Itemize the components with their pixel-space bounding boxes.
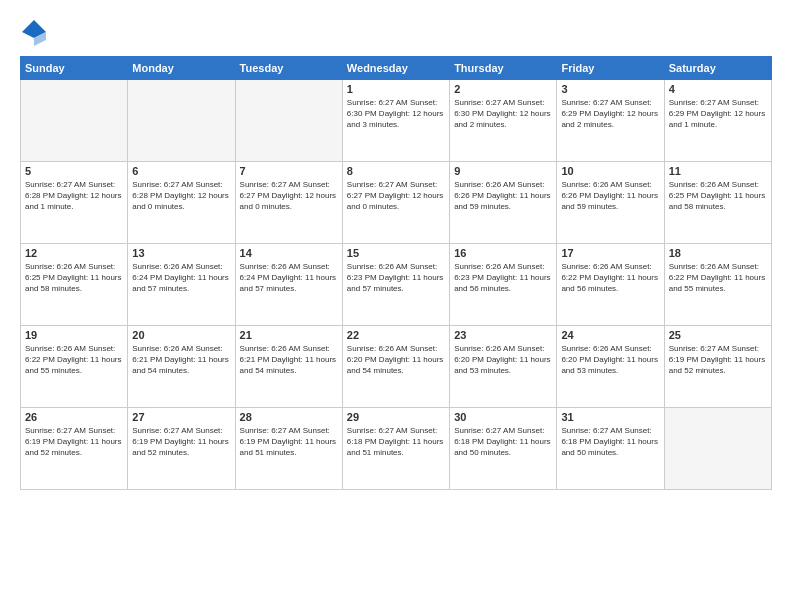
day-number: 29 — [347, 411, 445, 423]
calendar-cell: 9Sunrise: 6:26 AM Sunset: 6:26 PM Daylig… — [450, 162, 557, 244]
day-number: 7 — [240, 165, 338, 177]
day-info: Sunrise: 6:26 AM Sunset: 6:21 PM Dayligh… — [132, 343, 230, 377]
day-number: 23 — [454, 329, 552, 341]
day-info: Sunrise: 6:26 AM Sunset: 6:25 PM Dayligh… — [669, 179, 767, 213]
calendar-table: SundayMondayTuesdayWednesdayThursdayFrid… — [20, 56, 772, 490]
calendar-header-row: SundayMondayTuesdayWednesdayThursdayFrid… — [21, 57, 772, 80]
calendar-cell: 16Sunrise: 6:26 AM Sunset: 6:23 PM Dayli… — [450, 244, 557, 326]
day-number: 25 — [669, 329, 767, 341]
day-number: 3 — [561, 83, 659, 95]
day-number: 22 — [347, 329, 445, 341]
calendar-cell: 15Sunrise: 6:26 AM Sunset: 6:23 PM Dayli… — [342, 244, 449, 326]
day-number: 17 — [561, 247, 659, 259]
calendar-cell — [128, 80, 235, 162]
day-number: 21 — [240, 329, 338, 341]
day-info: Sunrise: 6:27 AM Sunset: 6:19 PM Dayligh… — [132, 425, 230, 459]
day-number: 18 — [669, 247, 767, 259]
calendar-cell: 28Sunrise: 6:27 AM Sunset: 6:19 PM Dayli… — [235, 408, 342, 490]
calendar-header-sunday: Sunday — [21, 57, 128, 80]
calendar-week-row: 1Sunrise: 6:27 AM Sunset: 6:30 PM Daylig… — [21, 80, 772, 162]
day-number: 24 — [561, 329, 659, 341]
day-number: 13 — [132, 247, 230, 259]
calendar-cell — [21, 80, 128, 162]
day-info: Sunrise: 6:26 AM Sunset: 6:22 PM Dayligh… — [669, 261, 767, 295]
day-info: Sunrise: 6:27 AM Sunset: 6:18 PM Dayligh… — [454, 425, 552, 459]
day-info: Sunrise: 6:26 AM Sunset: 6:24 PM Dayligh… — [240, 261, 338, 295]
day-info: Sunrise: 6:27 AM Sunset: 6:29 PM Dayligh… — [561, 97, 659, 131]
day-number: 28 — [240, 411, 338, 423]
calendar-cell: 24Sunrise: 6:26 AM Sunset: 6:20 PM Dayli… — [557, 326, 664, 408]
calendar-cell: 22Sunrise: 6:26 AM Sunset: 6:20 PM Dayli… — [342, 326, 449, 408]
day-info: Sunrise: 6:26 AM Sunset: 6:22 PM Dayligh… — [561, 261, 659, 295]
day-number: 5 — [25, 165, 123, 177]
day-info: Sunrise: 6:27 AM Sunset: 6:19 PM Dayligh… — [25, 425, 123, 459]
calendar-cell: 18Sunrise: 6:26 AM Sunset: 6:22 PM Dayli… — [664, 244, 771, 326]
day-info: Sunrise: 6:27 AM Sunset: 6:27 PM Dayligh… — [240, 179, 338, 213]
calendar-cell: 10Sunrise: 6:26 AM Sunset: 6:26 PM Dayli… — [557, 162, 664, 244]
header — [20, 18, 772, 46]
day-number: 6 — [132, 165, 230, 177]
calendar-cell: 20Sunrise: 6:26 AM Sunset: 6:21 PM Dayli… — [128, 326, 235, 408]
day-number: 16 — [454, 247, 552, 259]
day-info: Sunrise: 6:27 AM Sunset: 6:29 PM Dayligh… — [669, 97, 767, 131]
day-number: 12 — [25, 247, 123, 259]
calendar-cell: 4Sunrise: 6:27 AM Sunset: 6:29 PM Daylig… — [664, 80, 771, 162]
calendar-cell: 29Sunrise: 6:27 AM Sunset: 6:18 PM Dayli… — [342, 408, 449, 490]
day-number: 26 — [25, 411, 123, 423]
calendar-cell: 26Sunrise: 6:27 AM Sunset: 6:19 PM Dayli… — [21, 408, 128, 490]
day-number: 15 — [347, 247, 445, 259]
day-number: 4 — [669, 83, 767, 95]
calendar-header-saturday: Saturday — [664, 57, 771, 80]
day-number: 14 — [240, 247, 338, 259]
day-info: Sunrise: 6:26 AM Sunset: 6:23 PM Dayligh… — [454, 261, 552, 295]
calendar-cell: 31Sunrise: 6:27 AM Sunset: 6:18 PM Dayli… — [557, 408, 664, 490]
calendar-cell: 7Sunrise: 6:27 AM Sunset: 6:27 PM Daylig… — [235, 162, 342, 244]
calendar-cell: 2Sunrise: 6:27 AM Sunset: 6:30 PM Daylig… — [450, 80, 557, 162]
calendar-cell: 27Sunrise: 6:27 AM Sunset: 6:19 PM Dayli… — [128, 408, 235, 490]
calendar-cell: 12Sunrise: 6:26 AM Sunset: 6:25 PM Dayli… — [21, 244, 128, 326]
day-number: 30 — [454, 411, 552, 423]
day-info: Sunrise: 6:26 AM Sunset: 6:21 PM Dayligh… — [240, 343, 338, 377]
calendar-cell: 25Sunrise: 6:27 AM Sunset: 6:19 PM Dayli… — [664, 326, 771, 408]
calendar-header-monday: Monday — [128, 57, 235, 80]
calendar-cell: 19Sunrise: 6:26 AM Sunset: 6:22 PM Dayli… — [21, 326, 128, 408]
calendar-cell — [664, 408, 771, 490]
calendar-cell: 14Sunrise: 6:26 AM Sunset: 6:24 PM Dayli… — [235, 244, 342, 326]
day-info: Sunrise: 6:27 AM Sunset: 6:30 PM Dayligh… — [347, 97, 445, 131]
day-info: Sunrise: 6:26 AM Sunset: 6:26 PM Dayligh… — [561, 179, 659, 213]
day-info: Sunrise: 6:27 AM Sunset: 6:18 PM Dayligh… — [347, 425, 445, 459]
day-info: Sunrise: 6:27 AM Sunset: 6:28 PM Dayligh… — [132, 179, 230, 213]
logo-icon — [20, 18, 48, 46]
logo — [20, 18, 52, 46]
calendar-week-row: 19Sunrise: 6:26 AM Sunset: 6:22 PM Dayli… — [21, 326, 772, 408]
calendar-cell: 17Sunrise: 6:26 AM Sunset: 6:22 PM Dayli… — [557, 244, 664, 326]
day-info: Sunrise: 6:26 AM Sunset: 6:23 PM Dayligh… — [347, 261, 445, 295]
day-info: Sunrise: 6:26 AM Sunset: 6:20 PM Dayligh… — [347, 343, 445, 377]
day-number: 31 — [561, 411, 659, 423]
day-number: 20 — [132, 329, 230, 341]
calendar-header-tuesday: Tuesday — [235, 57, 342, 80]
day-info: Sunrise: 6:26 AM Sunset: 6:24 PM Dayligh… — [132, 261, 230, 295]
day-number: 19 — [25, 329, 123, 341]
day-info: Sunrise: 6:27 AM Sunset: 6:27 PM Dayligh… — [347, 179, 445, 213]
calendar-cell: 3Sunrise: 6:27 AM Sunset: 6:29 PM Daylig… — [557, 80, 664, 162]
calendar-cell: 13Sunrise: 6:26 AM Sunset: 6:24 PM Dayli… — [128, 244, 235, 326]
calendar-cell: 11Sunrise: 6:26 AM Sunset: 6:25 PM Dayli… — [664, 162, 771, 244]
day-number: 11 — [669, 165, 767, 177]
calendar-cell: 8Sunrise: 6:27 AM Sunset: 6:27 PM Daylig… — [342, 162, 449, 244]
day-number: 8 — [347, 165, 445, 177]
calendar-page: SundayMondayTuesdayWednesdayThursdayFrid… — [0, 0, 792, 612]
day-number: 2 — [454, 83, 552, 95]
calendar-week-row: 5Sunrise: 6:27 AM Sunset: 6:28 PM Daylig… — [21, 162, 772, 244]
day-number: 1 — [347, 83, 445, 95]
day-info: Sunrise: 6:26 AM Sunset: 6:20 PM Dayligh… — [454, 343, 552, 377]
calendar-cell: 30Sunrise: 6:27 AM Sunset: 6:18 PM Dayli… — [450, 408, 557, 490]
calendar-cell — [235, 80, 342, 162]
day-number: 9 — [454, 165, 552, 177]
calendar-cell: 21Sunrise: 6:26 AM Sunset: 6:21 PM Dayli… — [235, 326, 342, 408]
calendar-header-thursday: Thursday — [450, 57, 557, 80]
day-number: 10 — [561, 165, 659, 177]
day-info: Sunrise: 6:27 AM Sunset: 6:28 PM Dayligh… — [25, 179, 123, 213]
day-info: Sunrise: 6:27 AM Sunset: 6:19 PM Dayligh… — [669, 343, 767, 377]
calendar-header-wednesday: Wednesday — [342, 57, 449, 80]
